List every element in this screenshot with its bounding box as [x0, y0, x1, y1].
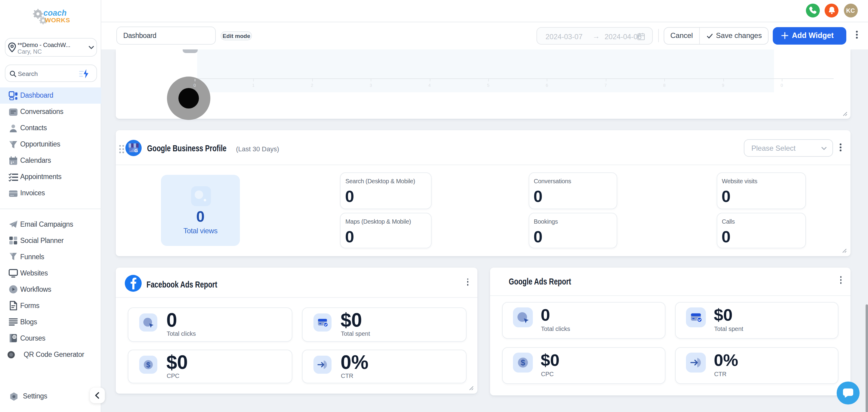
svg-text:$: $ [146, 361, 150, 369]
svg-text:G: G [134, 148, 138, 153]
svg-text:$: $ [521, 358, 525, 367]
